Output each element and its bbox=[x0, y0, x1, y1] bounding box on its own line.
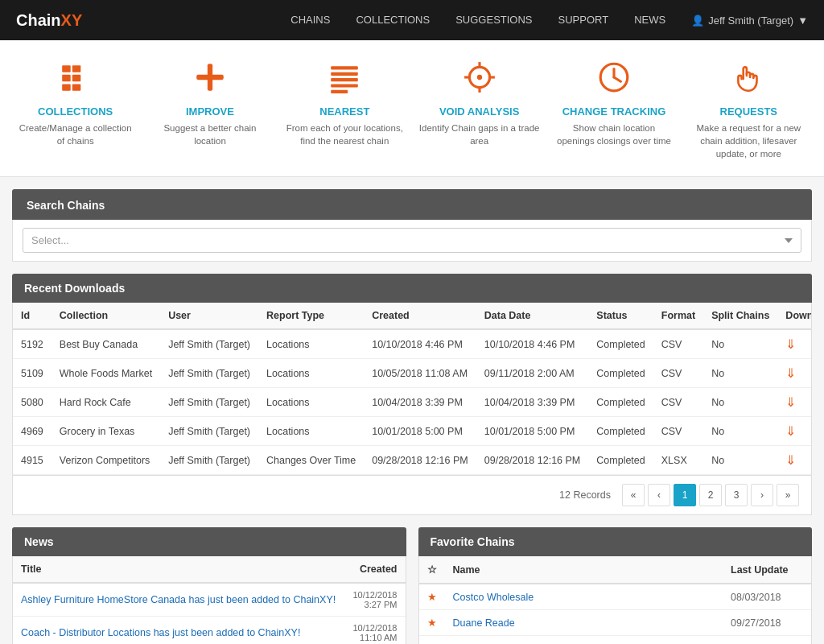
fav-chain-name[interactable]: Duane Reade bbox=[445, 610, 723, 636]
svg-rect-3 bbox=[72, 75, 80, 81]
cell-report-type: Changes Over Time bbox=[258, 446, 364, 475]
page-first[interactable]: « bbox=[622, 484, 645, 506]
navbar: ChainXY CHAINS COLLECTIONS SUGGESTIONS S… bbox=[0, 0, 824, 40]
cell-id: 4969 bbox=[13, 417, 52, 446]
requests-desc: Make a request for a new chain addition,… bbox=[688, 122, 809, 160]
fav-chain-name[interactable]: Costco Wholesale bbox=[445, 584, 723, 610]
bottom-row: News Title Created Ashley Furniture Home… bbox=[12, 527, 812, 644]
cell-id: 4915 bbox=[13, 446, 52, 475]
user-menu[interactable]: 👤 Jeff Smith (Target) ▼ bbox=[678, 14, 808, 27]
page-3[interactable]: 3 bbox=[725, 484, 748, 506]
download-button[interactable]: ⇓ bbox=[785, 366, 796, 380]
page-2[interactable]: 2 bbox=[699, 484, 722, 506]
news-col-created: Created bbox=[344, 556, 405, 583]
col-download: Download bbox=[777, 303, 812, 329]
nav-news[interactable]: NEWS bbox=[621, 0, 678, 40]
logo[interactable]: ChainXY bbox=[16, 11, 82, 30]
svg-line-21 bbox=[614, 77, 620, 81]
news-item-title[interactable]: Coach - Distributor Locations has just b… bbox=[13, 617, 344, 644]
fav-star[interactable]: ★ bbox=[419, 584, 445, 610]
svg-rect-10 bbox=[332, 78, 359, 81]
svg-rect-1 bbox=[72, 65, 80, 72]
svg-rect-12 bbox=[332, 90, 348, 93]
chain-search-select[interactable]: Select... bbox=[23, 228, 801, 253]
list-item: Ashley Furniture HomeStore Canada has ju… bbox=[13, 583, 406, 617]
favorite-chains-title: Favorite Chains bbox=[431, 535, 801, 548]
page-1[interactable]: 1 bbox=[674, 484, 696, 506]
improve-feature[interactable]: IMPROVE Suggest a better chain location bbox=[150, 60, 270, 160]
nav-suggestions[interactable]: SUGGESTIONS bbox=[443, 0, 545, 40]
fav-col-star: ☆ bbox=[419, 556, 445, 584]
cell-created: 10/05/2018 11:08 AM bbox=[364, 359, 476, 388]
cell-id: 5109 bbox=[13, 359, 52, 388]
download-button[interactable]: ⇓ bbox=[785, 337, 796, 351]
improve-title: IMPROVE bbox=[186, 105, 234, 118]
cell-format: CSV bbox=[653, 388, 703, 417]
collections-feature[interactable]: COLLECTIONS Create/Manage a collection o… bbox=[15, 60, 136, 160]
news-table-wrap: Title Created Ashley Furniture HomeStore… bbox=[12, 556, 406, 644]
cell-status: Completed bbox=[588, 417, 653, 446]
cell-user: Jeff Smith (Target) bbox=[160, 359, 258, 388]
download-button[interactable]: ⇓ bbox=[785, 424, 796, 438]
plus-icon bbox=[193, 60, 227, 99]
fav-chain-name[interactable]: Nordstrom bbox=[445, 636, 723, 644]
svg-rect-8 bbox=[332, 66, 359, 69]
favorite-chains-panel: Favorite Chains ☆ Name Last Update ★ Cos… bbox=[418, 527, 813, 644]
cell-download[interactable]: ⇓ bbox=[777, 417, 812, 446]
cell-download[interactable]: ⇓ bbox=[777, 329, 812, 359]
cell-created: 09/28/2018 12:16 PM bbox=[364, 446, 476, 475]
cell-data-date: 10/04/2018 3:39 PM bbox=[476, 388, 589, 417]
download-button[interactable]: ⇓ bbox=[785, 453, 796, 467]
table-row: 4969 Grocery in Texas Jeff Smith (Target… bbox=[13, 417, 812, 446]
table-header-row: Id Collection User Report Type Created D… bbox=[13, 303, 812, 329]
list-item: Coach - Distributor Locations has just b… bbox=[13, 617, 406, 644]
news-title: News bbox=[24, 535, 394, 548]
clock-icon bbox=[597, 60, 631, 99]
void-analysis-desc: Identify Chain gaps in a trade area bbox=[419, 122, 540, 147]
cell-collection: Hard Rock Cafe bbox=[52, 388, 160, 417]
cell-download[interactable]: ⇓ bbox=[777, 388, 812, 417]
col-split-chains: Split Chains bbox=[703, 303, 777, 329]
user-icon: 👤 bbox=[691, 14, 704, 27]
cell-download[interactable]: ⇓ bbox=[777, 446, 812, 475]
table-row: 5192 Best Buy Canada Jeff Smith (Target)… bbox=[13, 329, 812, 359]
page-next[interactable]: › bbox=[751, 484, 773, 506]
cell-id: 5080 bbox=[13, 388, 52, 417]
cell-split-chains: No bbox=[703, 417, 777, 446]
list-item: ★ Duane Reade 09/27/2018 bbox=[419, 610, 812, 636]
improve-desc: Suggest a better chain location bbox=[150, 122, 270, 147]
fav-star[interactable]: ★ bbox=[419, 610, 445, 636]
cell-format: CSV bbox=[653, 329, 703, 359]
favorite-chains-table-wrap: ☆ Name Last Update ★ Costco Wholesale 08… bbox=[418, 556, 813, 644]
svg-rect-2 bbox=[62, 75, 71, 81]
nav-chains[interactable]: CHAINS bbox=[278, 0, 343, 40]
nav-collections[interactable]: COLLECTIONS bbox=[343, 0, 443, 40]
cell-data-date: 10/10/2018 4:46 PM bbox=[476, 329, 589, 359]
col-user: User bbox=[160, 303, 258, 329]
news-item-title[interactable]: Ashley Furniture HomeStore Canada has ju… bbox=[13, 583, 344, 617]
fav-last-update: 08/03/2018 bbox=[723, 584, 811, 610]
cell-report-type: Locations bbox=[258, 417, 364, 446]
requests-feature[interactable]: REQUESTS Make a request for a new chain … bbox=[688, 60, 809, 160]
fav-col-name: Name bbox=[445, 556, 723, 584]
nearest-desc: From each of your locations, find the ne… bbox=[284, 122, 405, 147]
cell-collection: Verizon Competitors bbox=[52, 446, 160, 475]
nearest-feature[interactable]: NEAREST From each of your locations, fin… bbox=[284, 60, 405, 160]
cell-report-type: Locations bbox=[258, 359, 364, 388]
cell-user: Jeff Smith (Target) bbox=[160, 446, 258, 475]
col-data-date: Data Date bbox=[476, 303, 589, 329]
change-tracking-feature[interactable]: CHANGE TRACKING Show chain location open… bbox=[554, 60, 674, 160]
cell-download[interactable]: ⇓ bbox=[777, 359, 812, 388]
fav-last-update: 09/27/2018 bbox=[723, 610, 811, 636]
cell-format: CSV bbox=[653, 417, 703, 446]
page-prev[interactable]: ‹ bbox=[648, 484, 670, 506]
cell-format: CSV bbox=[653, 359, 703, 388]
news-panel: News Title Created Ashley Furniture Home… bbox=[12, 527, 406, 644]
download-button[interactable]: ⇓ bbox=[785, 395, 796, 409]
page-last[interactable]: » bbox=[777, 484, 799, 506]
feature-bar: COLLECTIONS Create/Manage a collection o… bbox=[0, 40, 824, 177]
nav-support[interactable]: SUPPORT bbox=[546, 0, 622, 40]
col-status: Status bbox=[588, 303, 653, 329]
void-analysis-feature[interactable]: VOID ANALYSIS Identify Chain gaps in a t… bbox=[419, 60, 540, 160]
fav-star[interactable]: ★ bbox=[419, 636, 445, 644]
